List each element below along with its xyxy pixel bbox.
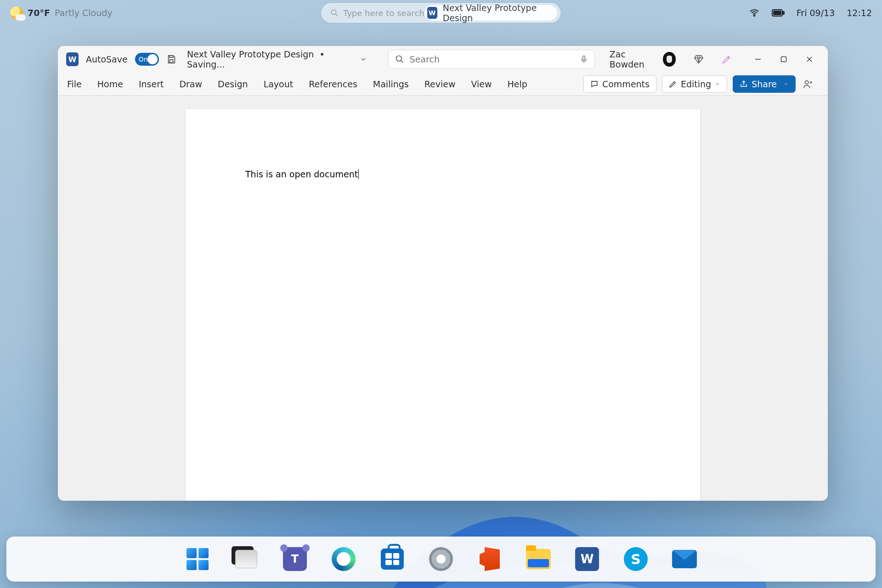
tab-file[interactable]: File	[67, 79, 82, 89]
svg-point-8	[396, 56, 401, 62]
microphone-icon[interactable]	[580, 54, 588, 64]
svg-rect-5	[774, 11, 781, 15]
search-icon	[395, 55, 404, 64]
weather-icon	[10, 6, 23, 19]
editing-label: Editing	[681, 79, 711, 89]
battery-icon[interactable]	[772, 9, 785, 17]
tab-insert[interactable]: Insert	[139, 79, 164, 89]
tab-home[interactable]: Home	[97, 79, 123, 89]
teams-icon: T	[283, 547, 307, 571]
tab-help[interactable]: Help	[508, 79, 527, 89]
titlebar-search-input[interactable]	[410, 54, 574, 64]
office-icon	[480, 547, 500, 571]
editing-mode-button[interactable]: Editing	[662, 75, 727, 93]
tab-layout[interactable]: Layout	[264, 79, 294, 89]
tab-design[interactable]: Design	[218, 79, 248, 89]
title-separator: •	[319, 49, 324, 59]
taskbar-teams[interactable]: T	[282, 546, 308, 572]
word-mini-icon: W	[427, 7, 437, 19]
svg-rect-7	[170, 60, 173, 62]
wifi-icon[interactable]	[749, 7, 760, 18]
maximize-button[interactable]	[774, 49, 794, 69]
start-icon	[187, 548, 209, 570]
autosave-state: On	[139, 56, 148, 63]
tab-references[interactable]: References	[309, 79, 357, 89]
topbar-date[interactable]: Fri 09/13	[797, 8, 835, 18]
desktop-search[interactable]: Type here to search W Next Valley Protot…	[322, 3, 560, 23]
avatar	[663, 52, 676, 67]
search-icon	[330, 9, 339, 17]
share-label: Share	[752, 79, 777, 89]
document-page[interactable]: This is an open document	[186, 109, 700, 501]
skype-icon: S	[624, 547, 648, 571]
svg-point-2	[753, 15, 755, 17]
taskbar-skype[interactable]: S	[622, 546, 649, 572]
svg-rect-6	[170, 56, 173, 58]
top-search-container: Type here to search W Next Valley Protot…	[322, 3, 560, 23]
taskbar-task-view[interactable]	[233, 546, 260, 572]
user-name: Zac Bowden	[610, 49, 657, 69]
taskbar: T W S	[6, 537, 876, 582]
tab-review[interactable]: Review	[424, 79, 456, 89]
chevron-down-icon	[715, 81, 720, 87]
taskbar-office[interactable]	[476, 546, 503, 572]
word-app-icon: W	[66, 52, 79, 66]
taskbar-mail[interactable]	[671, 546, 698, 572]
diamond-icon[interactable]	[693, 53, 704, 65]
pen-icon[interactable]	[722, 53, 732, 65]
save-icon[interactable]	[166, 53, 177, 65]
taskbar-word[interactable]: W	[574, 546, 600, 572]
settings-icon	[429, 547, 453, 571]
autosave-toggle[interactable]: On	[135, 53, 159, 66]
svg-rect-10	[582, 56, 585, 60]
window-controls	[748, 49, 820, 69]
task-view-icon	[235, 550, 257, 568]
weather-widget[interactable]: 70°F Partly Cloudy	[10, 6, 113, 19]
tab-draw[interactable]: Draw	[179, 79, 202, 89]
document-body-text: This is an open document	[245, 169, 358, 179]
svg-rect-4	[783, 11, 784, 14]
autosave-label: AutoSave	[86, 54, 128, 64]
taskbar-start[interactable]	[184, 546, 211, 572]
svg-line-9	[401, 61, 403, 63]
document-status: Saving...	[187, 59, 225, 69]
chevron-down-icon[interactable]	[360, 56, 367, 63]
svg-point-16	[805, 80, 808, 84]
ribbon-right-controls: Comments Editing Share	[583, 75, 819, 93]
ribbon-tabs: File Home Insert Draw Design Layout Refe…	[58, 73, 828, 96]
document-area[interactable]: This is an open document	[58, 96, 828, 501]
search-suggestion-chip[interactable]: W Next Valley Prototype Design	[424, 5, 557, 21]
store-icon	[381, 548, 404, 570]
comments-label: Comments	[602, 79, 650, 89]
file-explorer-icon	[526, 549, 551, 569]
text-cursor	[358, 169, 359, 179]
account-button[interactable]: Zac Bowden	[610, 49, 676, 69]
weather-temp: 70°F	[28, 8, 50, 18]
document-name: Next Valley Prototype Design	[187, 49, 314, 59]
share-button[interactable]: Share	[733, 75, 796, 93]
desktop-topbar: 70°F Partly Cloudy Type here to search W…	[0, 0, 882, 26]
word-window: W AutoSave On Next Valley Prototype Desi…	[58, 46, 828, 501]
taskbar-edge[interactable]	[330, 546, 357, 572]
tab-mailings[interactable]: Mailings	[373, 79, 409, 89]
taskbar-file-explorer[interactable]	[525, 546, 552, 572]
chevron-down-icon	[783, 81, 789, 87]
topbar-status: Fri 09/13 12:12	[749, 7, 872, 18]
topbar-time[interactable]: 12:12	[847, 8, 872, 18]
document-title[interactable]: Next Valley Prototype Design • Saving...	[187, 49, 350, 69]
toggle-knob	[147, 54, 158, 64]
window-titlebar: W AutoSave On Next Valley Prototype Desi…	[58, 46, 828, 73]
close-button[interactable]	[799, 49, 820, 69]
weather-description: Partly Cloudy	[55, 8, 113, 18]
minimize-button[interactable]	[748, 49, 768, 69]
taskbar-settings[interactable]	[428, 546, 454, 572]
search-suggestion-label: Next Valley Prototype Design	[443, 3, 549, 23]
tab-view[interactable]: View	[471, 79, 492, 89]
word-icon: W	[575, 547, 599, 571]
taskbar-store[interactable]	[379, 546, 406, 572]
comments-button[interactable]: Comments	[583, 75, 656, 93]
titlebar-search[interactable]	[388, 50, 595, 69]
present-icon[interactable]	[801, 77, 815, 91]
svg-line-1	[335, 14, 338, 16]
mail-icon	[672, 550, 697, 568]
